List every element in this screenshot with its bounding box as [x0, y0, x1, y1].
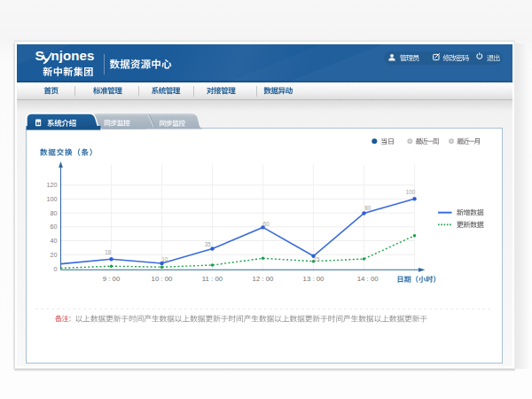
svg-text:60: 60	[51, 223, 58, 231]
svg-text:13 : 00: 13 : 00	[303, 275, 325, 283]
svg-text:100: 100	[47, 195, 58, 203]
svg-text:80: 80	[364, 205, 372, 211]
svg-text:60: 60	[263, 221, 270, 227]
svg-text:9 : 00: 9 : 00	[103, 275, 121, 283]
svg-text:100: 100	[406, 189, 416, 195]
svg-text:15: 15	[313, 256, 320, 262]
svg-text:12 : 00: 12 : 00	[253, 275, 275, 283]
svg-text:40: 40	[51, 237, 58, 245]
svg-text:14 : 00: 14 : 00	[357, 275, 379, 283]
svg-text:njones: njones	[51, 48, 95, 63]
svg-text:120: 120	[47, 181, 58, 189]
svg-text:18: 18	[105, 249, 112, 255]
svg-text:10: 10	[161, 256, 168, 262]
svg-text:35: 35	[205, 241, 212, 247]
svg-text:10 : 00: 10 : 00	[152, 275, 174, 283]
svg-text:80: 80	[51, 209, 58, 217]
svg-text:20: 20	[51, 251, 58, 259]
svg-text:11 : 00: 11 : 00	[202, 275, 223, 283]
svg-text:0: 0	[54, 265, 58, 273]
